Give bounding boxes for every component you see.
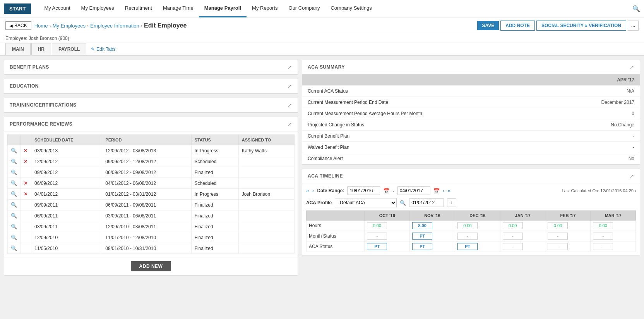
- ssv-button[interactable]: SOCIAL SECURITY # VERIFICATION: [536, 21, 626, 31]
- timeline-cell: [365, 221, 410, 231]
- timeline-input[interactable]: [412, 233, 432, 240]
- delete-icon[interactable]: [21, 243, 31, 254]
- timeline-cell: [455, 231, 500, 241]
- profile-select[interactable]: Default ACA: [335, 198, 397, 207]
- breadcrumb-employee-info[interactable]: Employee Information: [90, 23, 139, 29]
- expand-performance-icon[interactable]: ➚: [288, 121, 292, 127]
- timeline-input[interactable]: [548, 222, 568, 229]
- breadcrumb-home[interactable]: Home: [34, 23, 48, 29]
- last-calculated: Last Calculated On: 12/01/2016 04:29a: [562, 188, 636, 193]
- scheduled-date: 06/09/2012: [31, 178, 102, 189]
- timeline-input[interactable]: [548, 233, 568, 240]
- view-icon[interactable]: 🔍: [8, 200, 21, 210]
- timeline-cell: [455, 241, 500, 252]
- aca-timeline-header[interactable]: ACA TIMELINE ➚: [302, 169, 640, 183]
- view-icon[interactable]: 🔍: [8, 167, 21, 178]
- delete-icon[interactable]: ✕: [21, 189, 31, 200]
- expand-aca-timeline-icon[interactable]: ➚: [630, 173, 634, 179]
- timeline-input[interactable]: [548, 243, 568, 250]
- nav-link-manage-time[interactable]: Manage Time: [158, 0, 199, 17]
- timeline-input[interactable]: [412, 243, 432, 250]
- close-icon[interactable]: ✕: [24, 191, 28, 197]
- add-note-button[interactable]: ADD NOTE: [500, 21, 535, 31]
- timeline-input[interactable]: [367, 243, 387, 250]
- timeline-input[interactable]: [367, 233, 387, 240]
- education-header[interactable]: EDUCATION ➚: [4, 79, 298, 93]
- benefit-plans-header[interactable]: BENEFIT PLANS ➚: [4, 60, 298, 74]
- delete-icon[interactable]: [21, 210, 31, 221]
- cal-from-icon[interactable]: 📅: [383, 188, 389, 194]
- edit-tabs-link[interactable]: ✎ Edit Tabs: [91, 47, 115, 52]
- timeline-col-4: JAN '17: [500, 211, 545, 221]
- expand-training-icon[interactable]: ➚: [288, 102, 292, 108]
- nav-link-recruitment[interactable]: Recruitment: [120, 0, 158, 17]
- view-icon[interactable]: 🔍: [8, 210, 21, 221]
- view-icon[interactable]: 🔍: [8, 243, 21, 254]
- expand-aca-summary-icon[interactable]: ➚: [630, 64, 634, 70]
- close-icon[interactable]: ✕: [24, 180, 28, 186]
- timeline-input[interactable]: [457, 243, 478, 250]
- breadcrumb-employees[interactable]: My Employees: [53, 23, 86, 29]
- timeline-input[interactable]: [503, 233, 523, 240]
- aca-row-value: No: [552, 153, 640, 164]
- search-icon[interactable]: 🔍: [632, 5, 640, 12]
- view-icon[interactable]: 🔍: [8, 189, 21, 200]
- performance-reviews-header[interactable]: PERFORMANCE REVIEWS ➚: [4, 117, 298, 131]
- date-from-input[interactable]: [347, 186, 380, 195]
- timeline-input[interactable]: [457, 233, 478, 240]
- delete-icon[interactable]: ✕: [21, 178, 31, 189]
- delete-icon[interactable]: [21, 200, 31, 210]
- view-icon[interactable]: 🔍: [8, 178, 21, 189]
- nav-link-company-settings[interactable]: Company Settings: [325, 0, 377, 17]
- aca-summary-header[interactable]: ACA SUMMARY ➚: [302, 60, 640, 74]
- view-icon[interactable]: 🔍: [8, 232, 21, 243]
- delete-icon[interactable]: ✕: [21, 145, 31, 156]
- view-icon[interactable]: 🔍: [8, 145, 21, 156]
- delete-icon[interactable]: ✕: [21, 156, 31, 167]
- nav-link-manage-payroll[interactable]: Manage Payroll: [199, 0, 247, 17]
- next-arrow[interactable]: ›: [443, 188, 445, 194]
- training-header[interactable]: TRAINING/CERTIFICATIONS ➚: [4, 98, 298, 112]
- expand-education-icon[interactable]: ➚: [288, 83, 292, 89]
- tab-hr[interactable]: HR: [31, 43, 51, 55]
- profile-date-input[interactable]: [409, 198, 444, 207]
- timeline-input[interactable]: [593, 243, 613, 250]
- date-to-input[interactable]: [397, 186, 430, 195]
- delete-icon[interactable]: [21, 167, 31, 178]
- timeline-input[interactable]: [503, 222, 523, 229]
- table-row: 🔍 03/09/2011 12/09/2010 - 03/08/2011 Fin…: [8, 221, 295, 232]
- more-button[interactable]: ...: [628, 21, 639, 31]
- col-status: STATUS: [191, 135, 238, 145]
- prev-prev-arrow[interactable]: «: [306, 188, 309, 194]
- col-actions-1: [8, 135, 21, 145]
- timeline-input[interactable]: [503, 243, 523, 250]
- add-profile-button[interactable]: +: [447, 198, 456, 207]
- save-button[interactable]: SAVE: [477, 21, 499, 30]
- nav-link-my-account[interactable]: My Account: [39, 0, 75, 17]
- nav-link-my-reports[interactable]: My Reports: [247, 0, 283, 17]
- close-icon[interactable]: ✕: [24, 148, 28, 153]
- tab-main[interactable]: MAIN: [5, 43, 31, 55]
- cal-to-icon[interactable]: 📅: [433, 188, 440, 194]
- nav-link-my-employees[interactable]: My Employees: [76, 0, 120, 17]
- timeline-input[interactable]: [412, 222, 432, 229]
- timeline-input[interactable]: [457, 222, 478, 229]
- nav-link-our-company[interactable]: Our Company: [283, 0, 325, 17]
- next-next-arrow[interactable]: »: [448, 188, 451, 194]
- timeline-input[interactable]: [367, 222, 387, 229]
- add-new-button[interactable]: ADD NEW: [131, 261, 171, 271]
- delete-icon[interactable]: [21, 232, 31, 243]
- prev-arrow[interactable]: ‹: [312, 188, 314, 194]
- timeline-input[interactable]: [593, 233, 613, 240]
- back-button[interactable]: ◀ BACK: [5, 21, 31, 30]
- view-icon[interactable]: 🔍: [8, 221, 21, 232]
- close-icon[interactable]: ✕: [24, 159, 28, 164]
- view-icon[interactable]: 🔍: [8, 156, 21, 167]
- tab-payroll[interactable]: PAYROLL: [52, 43, 86, 55]
- profile-search-icon[interactable]: 🔍: [400, 200, 406, 206]
- start-button[interactable]: START: [4, 3, 31, 14]
- delete-icon[interactable]: [21, 221, 31, 232]
- expand-benefit-plans-icon[interactable]: ➚: [288, 64, 292, 70]
- breadcrumb: Home › My Employees › Employee Informati…: [34, 22, 474, 29]
- timeline-input[interactable]: [593, 222, 613, 229]
